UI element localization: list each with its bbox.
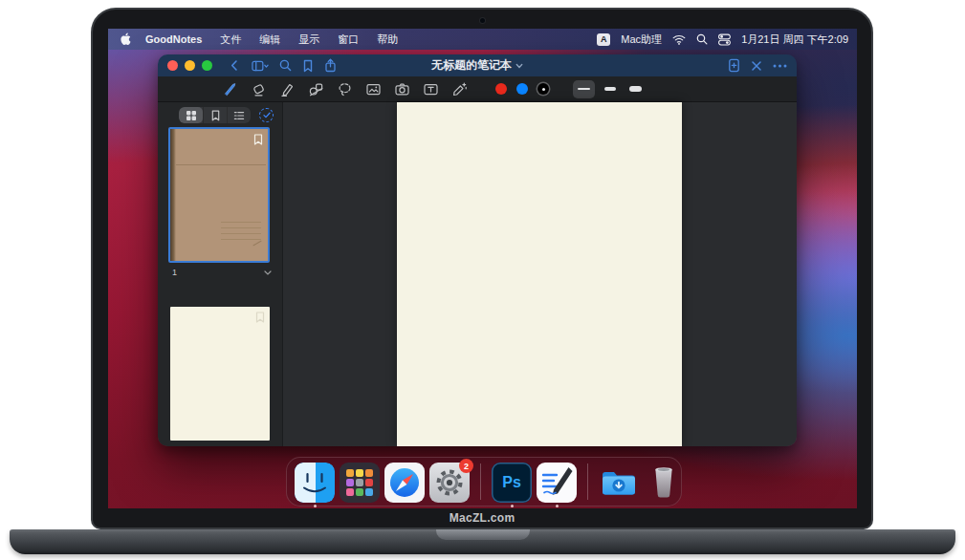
tape-tool[interactable] xyxy=(451,81,468,97)
highlighter-tool[interactable] xyxy=(279,81,296,97)
lasso-tool[interactable] xyxy=(337,81,353,97)
dock-goodnotes[interactable] xyxy=(537,463,577,507)
dock-photoshop[interactable]: Ps xyxy=(492,463,532,507)
note-page[interactable] xyxy=(397,102,682,446)
dock-system-preferences[interactable]: 2 xyxy=(429,463,470,507)
launchpad-icon xyxy=(340,463,380,503)
finder-icon xyxy=(295,463,335,503)
goodnotes-icon xyxy=(537,463,577,503)
laptop-hinge-notch xyxy=(436,529,530,540)
eraser-tool[interactable] xyxy=(251,81,267,97)
input-source-indicator[interactable]: A xyxy=(597,33,610,46)
page-number-label: 1 xyxy=(172,268,177,277)
safari-icon xyxy=(384,463,425,503)
spotlight-search-icon[interactable] xyxy=(696,33,708,45)
window-titlebar: 无标题的笔记本 xyxy=(158,54,797,76)
webcam-dot xyxy=(480,18,485,23)
select-pages-icon[interactable] xyxy=(259,108,274,122)
laptop-base xyxy=(10,529,955,554)
page-options-chevron-icon[interactable] xyxy=(264,270,272,275)
share-icon[interactable] xyxy=(324,58,337,73)
text-tool[interactable] xyxy=(423,81,439,97)
laptop-screen-bezel: GoodNotes 文件 编辑 显示 窗口 帮助 A Mac助理 xyxy=(91,8,873,529)
thickness-thick[interactable] xyxy=(625,80,647,98)
thickness-medium[interactable] xyxy=(599,80,621,98)
bookmarks-view-tab[interactable] xyxy=(203,107,227,123)
grid-view-tab[interactable] xyxy=(179,107,203,123)
macos-desktop-wallpaper: GoodNotes 文件 编辑 显示 窗口 帮助 A Mac助理 xyxy=(108,29,857,508)
apple-logo-icon[interactable] xyxy=(120,32,131,46)
title-chevron-icon[interactable] xyxy=(515,63,523,69)
bookmark-icon[interactable] xyxy=(302,59,314,73)
menubar-assistant-item[interactable]: Mac助理 xyxy=(621,32,662,47)
add-page-icon[interactable] xyxy=(728,58,740,73)
menu-window[interactable]: 窗口 xyxy=(338,32,359,47)
cover-line xyxy=(176,164,266,165)
dock-trash[interactable] xyxy=(644,463,684,507)
menubar-datetime[interactable]: 1月21日 周四 下午2:09 xyxy=(741,32,848,47)
pages-view-icon[interactable] xyxy=(252,59,269,73)
trash-icon xyxy=(644,463,684,503)
cover-label-lines xyxy=(221,222,261,242)
camera-tool[interactable] xyxy=(394,81,410,97)
thickness-thin[interactable] xyxy=(573,80,595,98)
bookmark-ribbon-icon xyxy=(255,310,265,327)
close-document-icon[interactable] xyxy=(751,60,762,72)
sidebar-view-switcher xyxy=(179,107,251,123)
outline-view-tab[interactable] xyxy=(227,107,251,123)
pen-tool[interactable] xyxy=(222,81,238,97)
zoom-traffic-light[interactable] xyxy=(202,60,212,71)
menubar-app-name[interactable]: GoodNotes xyxy=(145,33,202,45)
dock: 2 Ps xyxy=(286,457,682,506)
back-icon[interactable] xyxy=(229,59,241,72)
cover-spine xyxy=(170,129,176,261)
menu-view[interactable]: 显示 xyxy=(298,32,319,47)
dock-downloads-folder[interactable] xyxy=(599,463,639,507)
goodnotes-window: 无标题的笔记本 xyxy=(158,54,797,446)
bezel-brand-text: MacZL.com xyxy=(93,511,871,525)
control-center-icon[interactable] xyxy=(718,33,731,46)
pages-sidebar: 1 xyxy=(158,102,283,446)
note-canvas-area xyxy=(283,102,797,446)
notification-badge: 2 xyxy=(459,459,473,473)
search-icon[interactable] xyxy=(279,59,292,72)
dock-launchpad[interactable] xyxy=(340,463,380,507)
menu-help[interactable]: 帮助 xyxy=(377,32,398,47)
more-options-icon[interactable] xyxy=(773,64,787,68)
dock-finder[interactable] xyxy=(295,463,335,507)
close-traffic-light[interactable] xyxy=(167,60,178,71)
minimize-traffic-light[interactable] xyxy=(185,60,195,71)
red-color-swatch[interactable] xyxy=(495,83,507,95)
downloads-folder-icon xyxy=(599,463,639,503)
menu-file[interactable]: 文件 xyxy=(220,32,241,47)
dock-safari[interactable] xyxy=(384,463,425,507)
dock-divider xyxy=(480,463,481,500)
wifi-icon[interactable] xyxy=(672,34,686,45)
shapes-tool[interactable] xyxy=(308,81,324,97)
photoshop-icon: Ps xyxy=(492,463,532,503)
page-thumbnail-cover[interactable] xyxy=(168,127,270,263)
bookmark-ribbon-icon xyxy=(253,132,263,149)
menu-edit[interactable]: 编辑 xyxy=(259,32,280,47)
blue-color-swatch[interactable] xyxy=(516,83,528,95)
photoshop-glyph: Ps xyxy=(502,474,521,491)
dock-divider xyxy=(587,463,588,500)
menu-bar: GoodNotes 文件 编辑 显示 窗口 帮助 A Mac助理 xyxy=(108,29,857,50)
page-thumbnail-1[interactable] xyxy=(170,307,270,441)
window-title: 无标题的笔记本 xyxy=(431,57,512,74)
image-tool[interactable] xyxy=(365,81,382,97)
drawing-toolbar xyxy=(158,76,797,102)
black-color-swatch[interactable] xyxy=(537,83,549,95)
